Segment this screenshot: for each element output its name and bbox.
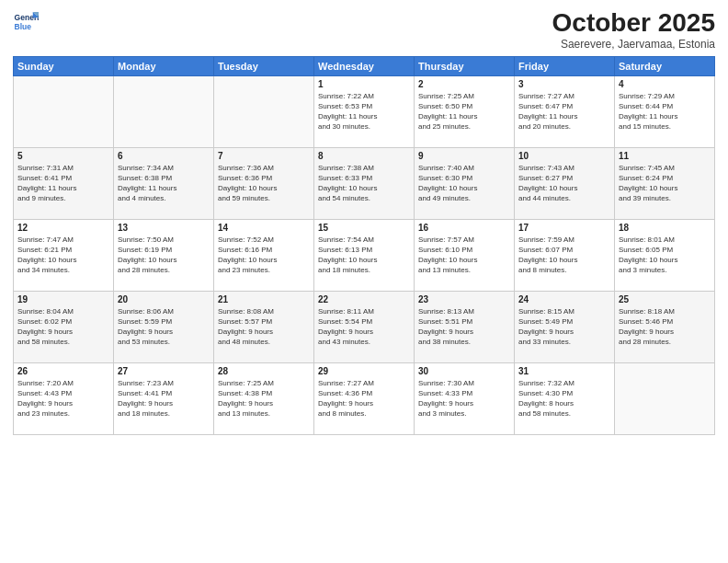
day-cell-4-3: 29Sunrise: 7:27 AM Sunset: 4:36 PM Dayli… bbox=[314, 362, 415, 434]
day-number: 2 bbox=[418, 79, 510, 89]
day-number: 22 bbox=[318, 294, 410, 304]
month-title: October 2025 bbox=[552, 9, 715, 38]
day-cell-3-0: 19Sunrise: 8:04 AM Sunset: 6:02 PM Dayli… bbox=[14, 291, 114, 362]
day-cell-2-4: 16Sunrise: 7:57 AM Sunset: 6:10 PM Dayli… bbox=[415, 219, 515, 291]
day-info: Sunrise: 8:18 AM Sunset: 5:46 PM Dayligh… bbox=[619, 306, 711, 348]
day-info: Sunrise: 7:25 AM Sunset: 4:38 PM Dayligh… bbox=[218, 378, 310, 419]
day-number: 19 bbox=[17, 294, 109, 304]
day-cell-0-0 bbox=[14, 75, 114, 147]
day-cell-0-6: 4Sunrise: 7:29 AM Sunset: 6:44 PM Daylig… bbox=[615, 75, 715, 147]
day-cell-1-1: 6Sunrise: 7:34 AM Sunset: 6:38 PM Daylig… bbox=[114, 147, 214, 219]
day-cell-0-2 bbox=[214, 75, 314, 147]
day-number: 27 bbox=[118, 366, 210, 376]
week-row-2: 12Sunrise: 7:47 AM Sunset: 6:21 PM Dayli… bbox=[14, 219, 715, 291]
header-wednesday: Wednesday bbox=[314, 56, 415, 75]
day-cell-4-6 bbox=[615, 362, 715, 434]
day-info: Sunrise: 7:38 AM Sunset: 6:33 PM Dayligh… bbox=[318, 163, 410, 204]
day-info: Sunrise: 7:22 AM Sunset: 6:53 PM Dayligh… bbox=[318, 91, 410, 132]
day-info: Sunrise: 7:27 AM Sunset: 6:47 PM Dayligh… bbox=[518, 91, 610, 132]
day-cell-3-5: 24Sunrise: 8:15 AM Sunset: 5:49 PM Dayli… bbox=[515, 291, 615, 362]
day-cell-1-0: 5Sunrise: 7:31 AM Sunset: 6:41 PM Daylig… bbox=[14, 147, 114, 219]
day-number: 4 bbox=[619, 79, 711, 89]
day-number: 25 bbox=[619, 294, 711, 304]
day-cell-1-5: 10Sunrise: 7:43 AM Sunset: 6:27 PM Dayli… bbox=[515, 147, 615, 219]
day-number: 1 bbox=[318, 79, 410, 89]
header-thursday: Thursday bbox=[415, 56, 515, 75]
day-cell-4-2: 28Sunrise: 7:25 AM Sunset: 4:38 PM Dayli… bbox=[214, 362, 314, 434]
day-number: 3 bbox=[518, 79, 610, 89]
logo-icon: General Blue bbox=[13, 9, 39, 35]
day-number: 28 bbox=[218, 366, 310, 376]
day-info: Sunrise: 7:32 AM Sunset: 4:30 PM Dayligh… bbox=[518, 378, 610, 419]
page: General Blue October 2025 Saerevere, Jae… bbox=[0, 0, 728, 563]
week-row-4: 26Sunrise: 7:20 AM Sunset: 4:43 PM Dayli… bbox=[14, 362, 715, 434]
day-info: Sunrise: 8:01 AM Sunset: 6:05 PM Dayligh… bbox=[619, 235, 711, 276]
day-number: 20 bbox=[118, 294, 210, 304]
header-tuesday: Tuesday bbox=[214, 56, 314, 75]
week-row-0: 1Sunrise: 7:22 AM Sunset: 6:53 PM Daylig… bbox=[14, 75, 715, 147]
day-info: Sunrise: 7:29 AM Sunset: 6:44 PM Dayligh… bbox=[619, 91, 711, 132]
day-info: Sunrise: 8:08 AM Sunset: 5:57 PM Dayligh… bbox=[218, 306, 310, 348]
day-cell-2-0: 12Sunrise: 7:47 AM Sunset: 6:21 PM Dayli… bbox=[14, 219, 114, 291]
day-number: 23 bbox=[418, 294, 510, 304]
day-cell-2-5: 17Sunrise: 7:59 AM Sunset: 6:07 PM Dayli… bbox=[515, 219, 615, 291]
day-number: 6 bbox=[118, 151, 210, 161]
day-number: 13 bbox=[118, 223, 210, 233]
day-cell-3-6: 25Sunrise: 8:18 AM Sunset: 5:46 PM Dayli… bbox=[615, 291, 715, 362]
day-info: Sunrise: 7:27 AM Sunset: 4:36 PM Dayligh… bbox=[318, 378, 410, 419]
day-cell-3-4: 23Sunrise: 8:13 AM Sunset: 5:51 PM Dayli… bbox=[415, 291, 515, 362]
day-info: Sunrise: 7:50 AM Sunset: 6:19 PM Dayligh… bbox=[118, 235, 210, 276]
day-info: Sunrise: 8:06 AM Sunset: 5:59 PM Dayligh… bbox=[118, 306, 210, 348]
day-number: 31 bbox=[518, 366, 610, 376]
day-number: 18 bbox=[619, 223, 711, 233]
header: General Blue October 2025 Saerevere, Jae… bbox=[13, 9, 715, 51]
header-row: Sunday Monday Tuesday Wednesday Thursday… bbox=[14, 56, 715, 75]
day-number: 11 bbox=[619, 151, 711, 161]
day-number: 10 bbox=[518, 151, 610, 161]
day-info: Sunrise: 7:54 AM Sunset: 6:13 PM Dayligh… bbox=[318, 235, 410, 276]
day-info: Sunrise: 7:59 AM Sunset: 6:07 PM Dayligh… bbox=[518, 235, 610, 276]
day-info: Sunrise: 7:25 AM Sunset: 6:50 PM Dayligh… bbox=[418, 91, 510, 132]
day-number: 26 bbox=[17, 366, 109, 376]
header-saturday: Saturday bbox=[615, 56, 715, 75]
day-number: 21 bbox=[218, 294, 310, 304]
calendar-table: Sunday Monday Tuesday Wednesday Thursday… bbox=[13, 56, 715, 435]
day-cell-1-3: 8Sunrise: 7:38 AM Sunset: 6:33 PM Daylig… bbox=[314, 147, 415, 219]
header-monday: Monday bbox=[114, 56, 214, 75]
day-number: 16 bbox=[418, 223, 510, 233]
day-cell-1-6: 11Sunrise: 7:45 AM Sunset: 6:24 PM Dayli… bbox=[615, 147, 715, 219]
day-cell-0-4: 2Sunrise: 7:25 AM Sunset: 6:50 PM Daylig… bbox=[415, 75, 515, 147]
day-info: Sunrise: 7:23 AM Sunset: 4:41 PM Dayligh… bbox=[118, 378, 210, 419]
day-cell-0-1 bbox=[114, 75, 214, 147]
day-info: Sunrise: 7:47 AM Sunset: 6:21 PM Dayligh… bbox=[17, 235, 109, 276]
day-info: Sunrise: 7:31 AM Sunset: 6:41 PM Dayligh… bbox=[17, 163, 109, 204]
day-number: 29 bbox=[318, 366, 410, 376]
title-block: October 2025 Saerevere, Jaervamaa, Eston… bbox=[552, 9, 715, 51]
day-number: 14 bbox=[218, 223, 310, 233]
day-info: Sunrise: 7:34 AM Sunset: 6:38 PM Dayligh… bbox=[118, 163, 210, 204]
day-cell-4-4: 30Sunrise: 7:30 AM Sunset: 4:33 PM Dayli… bbox=[415, 362, 515, 434]
day-info: Sunrise: 8:13 AM Sunset: 5:51 PM Dayligh… bbox=[418, 306, 510, 348]
day-cell-4-5: 31Sunrise: 7:32 AM Sunset: 4:30 PM Dayli… bbox=[515, 362, 615, 434]
day-cell-1-2: 7Sunrise: 7:36 AM Sunset: 6:36 PM Daylig… bbox=[214, 147, 314, 219]
day-cell-3-1: 20Sunrise: 8:06 AM Sunset: 5:59 PM Dayli… bbox=[114, 291, 214, 362]
day-info: Sunrise: 8:04 AM Sunset: 6:02 PM Dayligh… bbox=[17, 306, 109, 348]
day-info: Sunrise: 8:11 AM Sunset: 5:54 PM Dayligh… bbox=[318, 306, 410, 348]
day-cell-3-2: 21Sunrise: 8:08 AM Sunset: 5:57 PM Dayli… bbox=[214, 291, 314, 362]
day-number: 5 bbox=[17, 151, 109, 161]
day-info: Sunrise: 7:36 AM Sunset: 6:36 PM Dayligh… bbox=[218, 163, 310, 204]
week-row-1: 5Sunrise: 7:31 AM Sunset: 6:41 PM Daylig… bbox=[14, 147, 715, 219]
subtitle: Saerevere, Jaervamaa, Estonia bbox=[552, 38, 715, 51]
day-number: 30 bbox=[418, 366, 510, 376]
day-info: Sunrise: 7:45 AM Sunset: 6:24 PM Dayligh… bbox=[619, 163, 711, 204]
week-row-3: 19Sunrise: 8:04 AM Sunset: 6:02 PM Dayli… bbox=[14, 291, 715, 362]
day-number: 9 bbox=[418, 151, 510, 161]
day-number: 17 bbox=[518, 223, 610, 233]
day-cell-4-0: 26Sunrise: 7:20 AM Sunset: 4:43 PM Dayli… bbox=[14, 362, 114, 434]
day-number: 15 bbox=[318, 223, 410, 233]
day-cell-1-4: 9Sunrise: 7:40 AM Sunset: 6:30 PM Daylig… bbox=[415, 147, 515, 219]
day-info: Sunrise: 7:43 AM Sunset: 6:27 PM Dayligh… bbox=[518, 163, 610, 204]
day-cell-2-6: 18Sunrise: 8:01 AM Sunset: 6:05 PM Dayli… bbox=[615, 219, 715, 291]
header-sunday: Sunday bbox=[14, 56, 114, 75]
day-number: 8 bbox=[318, 151, 410, 161]
